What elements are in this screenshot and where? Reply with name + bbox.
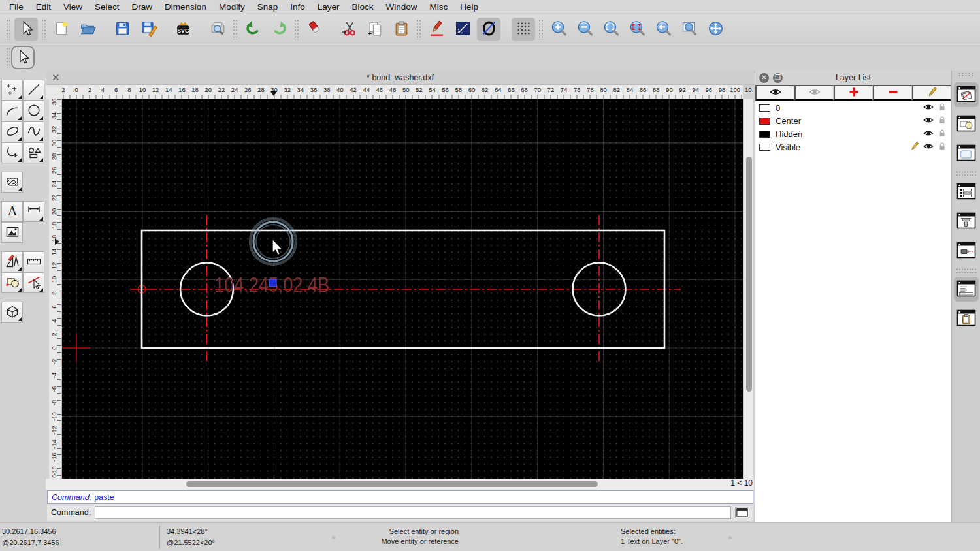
dock-entity-list-button[interactable]: [954, 180, 979, 204]
layer-visibility-eye-icon[interactable]: [920, 102, 934, 114]
palette-group: [0, 80, 46, 163]
layer-row-visible[interactable]: Visible: [755, 140, 951, 153]
zoom-out-button[interactable]: [573, 18, 596, 41]
tool-hatch-button[interactable]: [1, 172, 23, 193]
tool-circle-button[interactable]: [23, 101, 44, 121]
menu-select[interactable]: Select: [95, 2, 120, 12]
new-file-button[interactable]: [50, 18, 73, 41]
tool-arc-button[interactable]: [1, 101, 23, 121]
dock-layer-list-button[interactable]: [954, 82, 979, 107]
menu-window[interactable]: Window: [386, 2, 417, 12]
command-input[interactable]: [95, 506, 731, 519]
tool-ellipse-button[interactable]: [1, 121, 23, 142]
tool-spline-button[interactable]: [23, 121, 44, 142]
copy-icon: [367, 20, 384, 39]
copy-button[interactable]: [363, 18, 387, 41]
delete-button[interactable]: [302, 18, 326, 41]
horizontal-scrollbar-thumb[interactable]: [186, 481, 598, 487]
paste-button[interactable]: [389, 18, 413, 41]
tool-block-button[interactable]: [1, 272, 23, 293]
grid-icon: [515, 20, 532, 39]
show-all-layers-button[interactable]: [755, 85, 794, 101]
print-preview-button[interactable]: [206, 18, 229, 41]
menu-view[interactable]: View: [63, 2, 82, 12]
dock-command-line-button[interactable]: [954, 277, 979, 302]
h-ruler-cursor-marker: [270, 91, 277, 99]
layer-lock-icon[interactable]: [934, 115, 947, 127]
polyline-icon: [5, 144, 20, 162]
modify-layer-button[interactable]: [912, 85, 951, 101]
save-as-button[interactable]: [137, 18, 160, 41]
tool-polygon-button[interactable]: [23, 142, 44, 163]
tool-select-modify-button[interactable]: [23, 272, 44, 293]
zoom-in-button[interactable]: [547, 18, 570, 41]
menu-block[interactable]: Block: [352, 2, 374, 12]
grid-toggle-button[interactable]: [512, 18, 535, 41]
layer-lock-icon[interactable]: [934, 141, 947, 153]
menu-layer[interactable]: Layer: [318, 2, 340, 12]
select-tool-button[interactable]: [14, 18, 38, 41]
menu-info[interactable]: Info: [290, 2, 305, 12]
tool-measure-button[interactable]: [23, 251, 44, 272]
layer-visibility-eye-icon[interactable]: [920, 141, 934, 153]
layer-row-hidden[interactable]: Hidden: [755, 127, 951, 140]
tool-dimension-button[interactable]: [23, 201, 44, 222]
menu-snap[interactable]: Snap: [257, 2, 278, 12]
menu-misc[interactable]: Misc: [430, 2, 448, 12]
svg-export-button[interactable]: SVG: [171, 18, 195, 41]
layer-row-0[interactable]: 0: [755, 101, 951, 114]
tool-cube-button[interactable]: [1, 302, 23, 323]
open-file-button[interactable]: [76, 18, 99, 41]
tool-modify-button[interactable]: [1, 251, 23, 272]
menu-modify[interactable]: Modify: [219, 2, 245, 12]
attributes-button[interactable]: [425, 18, 448, 41]
status-bar: 30.2617,16.3456 @20.2617,7.3456 34.3941<…: [0, 522, 980, 551]
vertical-scrollbar[interactable]: [743, 99, 753, 479]
action-select-button[interactable]: [11, 46, 35, 69]
layer-lock-icon[interactable]: [934, 102, 947, 114]
add-icon: [848, 86, 860, 100]
absolute-coordinate: 30.2617,16.3456: [2, 526, 59, 537]
layer-visibility-eye-icon[interactable]: [920, 128, 934, 140]
coordinate-display: 30.2617,16.3456 @20.2617,7.3456: [2, 526, 59, 548]
vertical-scrollbar-thumb[interactable]: [746, 157, 752, 392]
menu-help[interactable]: Help: [460, 2, 478, 12]
save-button[interactable]: [110, 18, 134, 41]
menu-file[interactable]: File: [9, 2, 24, 12]
drawing-canvas[interactable]: 104.245.02.4B: [62, 99, 743, 479]
command-detach-button[interactable]: [735, 507, 749, 518]
redo-button[interactable]: [267, 18, 291, 41]
tool-text-button[interactable]: A: [1, 201, 23, 222]
tool-image-button[interactable]: [1, 222, 23, 243]
zoom-window-button[interactable]: [625, 18, 649, 41]
menu-dimension[interactable]: Dimension: [165, 2, 206, 12]
menu-edit[interactable]: Edit: [36, 2, 51, 12]
horizontal-scrollbar[interactable]: [62, 479, 725, 490]
tool-points-button[interactable]: [1, 80, 23, 101]
draft-mode-button[interactable]: [477, 18, 500, 41]
tool-polyline-button[interactable]: [1, 142, 23, 163]
menu-draw[interactable]: Draw: [132, 2, 153, 12]
line-attributes-button[interactable]: [451, 18, 474, 41]
command-history: Command: paste: [47, 490, 753, 504]
cut-button[interactable]: [337, 18, 361, 41]
undo-button[interactable]: [241, 18, 265, 41]
layer-visibility-eye-icon[interactable]: [920, 115, 934, 127]
zoom-auto-button[interactable]: [599, 18, 623, 41]
dock-pen-palette-button[interactable]: [954, 238, 979, 263]
add-layer-button[interactable]: [834, 85, 873, 101]
zoom-previous-button[interactable]: [651, 18, 675, 41]
layer-row-center[interactable]: Center: [755, 114, 951, 127]
remove-layer-button[interactable]: [873, 85, 912, 101]
zoom-page-button[interactable]: [678, 18, 701, 41]
dock-clipboard-button[interactable]: [954, 306, 979, 331]
layer-lock-icon[interactable]: [934, 128, 947, 140]
dock-library-browser-button[interactable]: [954, 141, 979, 166]
layer-panel-title: Layer List: [755, 73, 951, 82]
ellipse-icon: [5, 123, 20, 141]
dock-filter-button[interactable]: [954, 209, 979, 234]
zoom-pan-button[interactable]: [704, 18, 727, 41]
tool-line-button[interactable]: [23, 80, 44, 101]
hide-all-layers-button[interactable]: [794, 85, 834, 101]
dock-block-list-button[interactable]: [954, 112, 979, 136]
